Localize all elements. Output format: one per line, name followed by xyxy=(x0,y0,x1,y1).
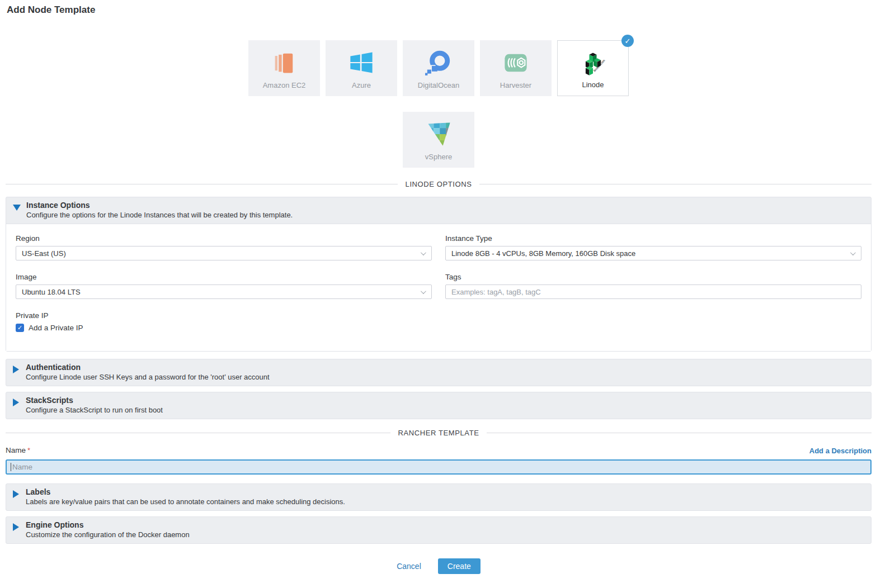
provider-card-amazon-ec2[interactable]: Amazon EC2 xyxy=(248,40,320,96)
provider-card-vsphere[interactable]: vSphere xyxy=(403,112,474,168)
provider-card-harvester[interactable]: Harvester xyxy=(480,40,552,96)
triangle-down-icon xyxy=(13,205,21,211)
rancher-template-heading: RANCHER TEMPLATE xyxy=(398,429,479,437)
provider-card-digitalocean[interactable]: DigitalOcean xyxy=(403,40,474,96)
provider-card-label: Amazon EC2 xyxy=(263,81,306,89)
instance-options-header[interactable]: Instance Options Configure the options f… xyxy=(6,197,871,224)
section-authentication: Authentication Configure Linode user SSH… xyxy=(6,359,872,386)
instance-options-body: Region US-East (US) Instance Type Linode… xyxy=(6,224,871,351)
cancel-button[interactable]: Cancel xyxy=(397,562,421,571)
image-label: Image xyxy=(16,273,432,281)
provider-card-linode[interactable]: ✓ lin xyxy=(557,40,629,96)
engine-options-header[interactable]: Engine Options Customize the configurati… xyxy=(6,517,871,543)
divider-line xyxy=(487,433,872,433)
amazon-ec2-icon xyxy=(271,49,298,76)
section-title: Engine Options xyxy=(26,520,190,530)
image-field: Image Ubuntu 18.04 LTS xyxy=(16,273,432,299)
linode-icon: linode.com xyxy=(580,50,606,77)
private-ip-checkbox[interactable]: ✓ xyxy=(16,324,24,332)
instance-type-label: Instance Type xyxy=(445,234,861,243)
section-title: StackScripts xyxy=(26,395,163,405)
section-stackscripts: StackScripts Configure a StackScript to … xyxy=(6,392,872,419)
section-subtitle: Configure the options for the Linode Ins… xyxy=(26,210,293,220)
private-ip-label: Private IP xyxy=(16,311,432,320)
divider-line xyxy=(6,433,390,433)
tags-label: Tags xyxy=(445,273,861,281)
name-input-wrap xyxy=(6,459,872,475)
tags-field: Tags xyxy=(445,273,861,299)
section-title: Authentication xyxy=(26,362,270,372)
section-title: Labels xyxy=(26,487,345,497)
add-node-template-page: Add Node Template Amazon EC2 xyxy=(0,0,877,574)
divider-line xyxy=(6,184,398,184)
rancher-template-divider: RANCHER TEMPLATE xyxy=(6,429,872,437)
image-select[interactable]: Ubuntu 18.04 LTS xyxy=(16,284,432,299)
section-labels: Labels Labels are key/value pairs that c… xyxy=(6,483,872,511)
authentication-header[interactable]: Authentication Configure Linode user SSH… xyxy=(6,359,871,386)
vsphere-icon xyxy=(425,121,452,148)
region-value: US-East (US) xyxy=(22,249,66,258)
text-caret xyxy=(11,463,11,471)
digitalocean-icon xyxy=(425,49,452,76)
linode-options-divider: LINODE OPTIONS xyxy=(6,180,872,188)
provider-card-label: Azure xyxy=(352,81,371,89)
linode-options-heading: LINODE OPTIONS xyxy=(406,180,472,188)
provider-card-label: Harvester xyxy=(500,81,531,89)
triangle-right-icon xyxy=(13,366,19,373)
section-instance-options: Instance Options Configure the options f… xyxy=(6,197,872,352)
name-input[interactable] xyxy=(6,459,872,475)
tags-input[interactable] xyxy=(445,284,861,299)
required-asterisk: * xyxy=(27,446,30,454)
section-engine-options: Engine Options Customize the configurati… xyxy=(6,516,872,544)
add-description-link[interactable]: Add a Description xyxy=(809,447,872,455)
provider-card-azure[interactable]: Azure xyxy=(326,40,397,96)
region-select[interactable]: US-East (US) xyxy=(16,246,432,260)
selected-check-icon: ✓ xyxy=(621,35,634,47)
triangle-right-icon xyxy=(13,399,19,406)
chevron-down-icon xyxy=(421,288,426,294)
provider-card-label: Linode xyxy=(582,80,604,89)
chevron-down-icon xyxy=(850,250,856,255)
instance-type-select[interactable]: Linode 8GB - 4 vCPUs, 8GB Memory, 160GB … xyxy=(445,246,861,260)
region-field: Region US-East (US) xyxy=(16,234,432,260)
divider-line xyxy=(479,184,872,184)
stackscripts-header[interactable]: StackScripts Configure a StackScript to … xyxy=(6,392,871,419)
instance-type-field: Instance Type Linode 8GB - 4 vCPUs, 8GB … xyxy=(445,234,861,260)
chevron-down-icon xyxy=(421,250,426,255)
section-subtitle: Configure a StackScript to run on first … xyxy=(26,405,163,415)
azure-icon xyxy=(348,49,375,76)
section-subtitle: Configure Linode user SSH Keys and a pas… xyxy=(26,372,270,382)
harvester-icon xyxy=(502,49,529,76)
provider-card-row-1: Amazon EC2 Azure xyxy=(6,40,872,96)
section-title: Instance Options xyxy=(26,200,293,210)
region-label: Region xyxy=(16,234,432,243)
provider-card-row-2: vSphere xyxy=(6,112,872,168)
private-ip-checkbox-label: Add a Private IP xyxy=(29,324,83,332)
footer-actions: Cancel Create xyxy=(6,558,872,574)
triangle-right-icon xyxy=(13,490,19,498)
provider-card-label: DigitalOcean xyxy=(418,81,459,89)
create-button[interactable]: Create xyxy=(438,558,481,574)
section-subtitle: Customize the configuration of the Docke… xyxy=(26,530,190,540)
section-subtitle: Labels are key/value pairs that can be u… xyxy=(26,497,345,507)
page-title: Add Node Template xyxy=(7,4,872,16)
labels-header[interactable]: Labels Labels are key/value pairs that c… xyxy=(6,484,871,510)
provider-card-label: vSphere xyxy=(425,153,452,161)
instance-type-value: Linode 8GB - 4 vCPUs, 8GB Memory, 160GB … xyxy=(451,249,635,258)
name-row: Name* Add a Description xyxy=(6,445,872,455)
name-label: Name xyxy=(6,446,26,454)
image-value: Ubuntu 18.04 LTS xyxy=(22,288,81,296)
triangle-right-icon xyxy=(13,523,19,531)
private-ip-field: Private IP ✓ Add a Private IP xyxy=(16,311,432,332)
